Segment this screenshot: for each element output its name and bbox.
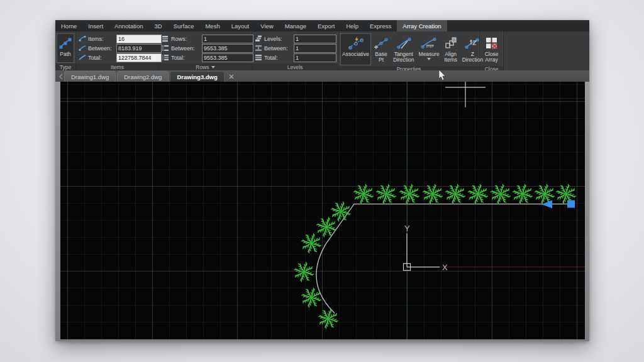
plant-block[interactable] [399, 184, 419, 204]
levels-total-label: Total: [264, 55, 292, 61]
tab-home[interactable]: Home [55, 20, 82, 31]
document-tab-bar: Drawing1.dwg Drawing2.dwg Drawing3.dwg [55, 70, 589, 82]
align-items-button[interactable]: Align Items [442, 33, 460, 65]
ribbon: Path Type Items: [55, 31, 589, 70]
path-button-label: Path [60, 52, 71, 57]
rows-between-field[interactable] [202, 44, 253, 53]
tab-array-creation[interactable]: Array Creation [397, 20, 447, 31]
panel-label-items: Items [76, 63, 158, 70]
base-point-label: Base Pt [375, 52, 387, 63]
path-type-button[interactable]: Path [57, 33, 74, 63]
plant-block[interactable] [468, 184, 487, 204]
ribbon-tab-bar: Home Insert Annotation 3D Surface Mesh L… [55, 20, 589, 31]
measure-label: Measure [419, 52, 440, 57]
items-total-field[interactable] [116, 53, 162, 62]
levels-total-field[interactable] [294, 53, 336, 62]
panel-label-levels: Levels [252, 63, 338, 70]
rows-total-label: Total: [171, 55, 200, 61]
items-between-icon [78, 45, 86, 52]
chevron-down-icon [211, 66, 215, 69]
plant-block[interactable] [491, 184, 510, 204]
screen: Home Insert Annotation 3D Surface Mesh L… [0, 0, 644, 362]
base-point-icon [374, 35, 389, 52]
tab-express[interactable]: Express [364, 20, 397, 31]
tab-mesh[interactable]: Mesh [199, 20, 225, 31]
close-array-icon [485, 35, 499, 52]
plant-block[interactable] [301, 288, 321, 307]
items-between-label: Between: [88, 45, 114, 52]
tab-annotation[interactable]: Annotation [109, 20, 148, 31]
base-point-button[interactable]: Base Pt [372, 33, 391, 65]
ribbon-empty-space [504, 31, 589, 70]
plant-block[interactable] [445, 184, 465, 204]
rows-total-icon [161, 54, 169, 62]
items-total-label: Total: [88, 55, 114, 61]
associative-icon [347, 35, 365, 52]
tangent-direction-label: Tangent Direction [393, 52, 414, 63]
levels-count-field[interactable] [294, 35, 336, 43]
plant-block[interactable] [423, 184, 442, 204]
close-drawing-icon[interactable] [227, 72, 236, 82]
chevron-down-icon [427, 58, 431, 60]
rows-count-label: Rows: [171, 36, 200, 42]
levels-total-icon [254, 54, 262, 62]
items-between-field[interactable] [116, 44, 162, 53]
path-arrow-grip[interactable] [541, 200, 552, 209]
tab-layout[interactable]: Layout [226, 20, 255, 31]
plant-block[interactable] [513, 184, 532, 204]
tab-surface[interactable]: Surface [168, 20, 200, 31]
measure-icon [420, 35, 438, 52]
tab-insert[interactable]: Insert [82, 20, 109, 31]
rows-total-field[interactable] [202, 53, 253, 62]
tab-view[interactable]: View [255, 20, 279, 31]
levels-count-icon [254, 35, 262, 43]
autocad-window: Home Insert Annotation 3D Surface Mesh L… [55, 20, 589, 341]
panel-type: Path Type [55, 31, 76, 70]
tab-help[interactable]: Help [340, 20, 364, 31]
tab-manage[interactable]: Manage [279, 20, 312, 31]
panel-label-type: Type [55, 63, 75, 70]
associative-button[interactable]: Associative [340, 33, 371, 65]
doc-tab-drawing1[interactable]: Drawing1.dwg [64, 71, 116, 82]
tangent-direction-icon [396, 35, 412, 52]
plant-block[interactable] [318, 309, 338, 329]
panel-rows: Rows: Between: [159, 31, 252, 70]
z-direction-icon [464, 35, 480, 52]
rows-count-icon [161, 35, 169, 43]
drawing-canvas[interactable]: Y X [60, 82, 585, 339]
items-total-icon [78, 54, 86, 62]
levels-between-icon [254, 45, 262, 52]
align-items-icon [444, 35, 458, 52]
crosshair-cursor [445, 82, 486, 107]
panel-label-rows[interactable]: Rows [159, 63, 252, 70]
items-count-field[interactable] [116, 35, 162, 43]
associative-label: Associative [342, 52, 369, 57]
panel-properties: Associative Base Pt [338, 31, 480, 70]
tab-3d[interactable]: 3D [149, 20, 168, 31]
levels-between-field[interactable] [294, 44, 336, 53]
rows-between-icon [161, 45, 169, 52]
align-items-label: Align Items [444, 52, 457, 63]
close-array-button[interactable]: Close Array [482, 33, 501, 65]
tab-scroll-left-icon[interactable] [58, 72, 64, 82]
path-square-grip[interactable] [567, 200, 575, 208]
drawing-layer: Y X [60, 82, 585, 339]
canvas-frame: Y X [55, 82, 589, 341]
plant-array [294, 184, 575, 328]
tangent-direction-button[interactable]: Tangent Direction [391, 33, 416, 65]
array-path-curve[interactable] [316, 204, 571, 314]
items-count-icon [78, 35, 86, 43]
plant-block[interactable] [301, 234, 321, 253]
plant-block[interactable] [376, 184, 396, 204]
doc-tab-drawing3[interactable]: Drawing3.dwg [170, 71, 224, 82]
plant-block[interactable] [294, 262, 313, 282]
ucs-icon: Y X [404, 224, 448, 272]
measure-button[interactable]: Measure [417, 33, 441, 65]
tab-export[interactable]: Export [312, 20, 340, 31]
levels-between-label: Between: [264, 45, 292, 52]
plant-block[interactable] [353, 184, 373, 204]
doc-tab-drawing2[interactable]: Drawing2.dwg [117, 71, 169, 82]
plant-block[interactable] [331, 202, 350, 221]
path-array-icon [58, 35, 72, 52]
rows-count-field[interactable] [202, 35, 253, 43]
